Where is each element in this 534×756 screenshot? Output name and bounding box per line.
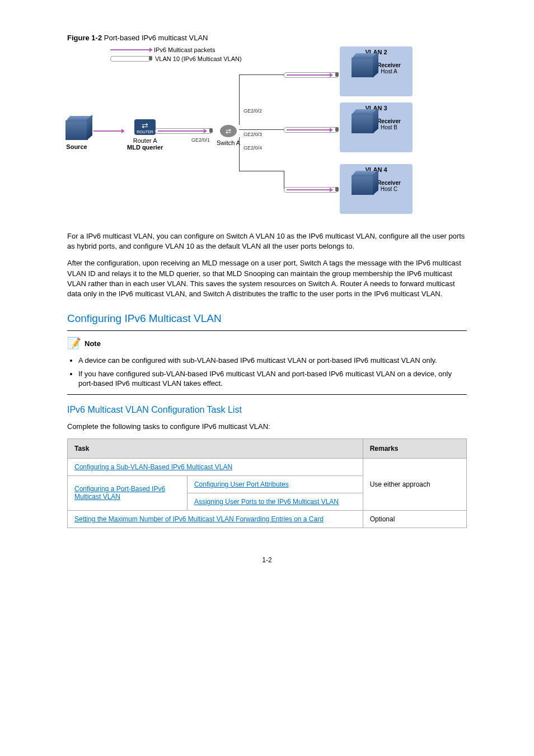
section-title: Configuring IPv6 Multicast VLAN	[67, 312, 467, 325]
host-c-icon	[352, 175, 374, 195]
row3-task: Setting the Maximum Number of IPv6 Multi…	[68, 510, 363, 528]
legend-arrow-vlan-icon	[110, 56, 151, 62]
table-intro: Complete the following tasks to configur…	[67, 422, 467, 432]
port-label-ge202: GE2/0/2	[243, 108, 262, 114]
link-userport-attr[interactable]: Configuring User Port Attributes	[194, 480, 289, 488]
line-to-vlan4-v	[284, 171, 284, 189]
source-icon	[65, 120, 88, 140]
switch-icon	[220, 125, 237, 137]
note-bullets: A device can be configured with sub-VLAN…	[67, 356, 467, 389]
divider-top	[67, 330, 467, 331]
network-diagram: IPv6 Multicast packets VLAN 10 (IPv6 Mul…	[110, 46, 424, 220]
line-to-vlan3	[239, 129, 284, 130]
vlan2-box: VLAN 2 Receiver Host A	[340, 46, 413, 96]
line-switch-up	[239, 74, 240, 125]
port-label-ge203: GE2/0/3	[243, 132, 262, 137]
vlan3-box: VLAN 3 Receiver Host B	[340, 102, 413, 152]
row2-c2: Assigning User Ports to the IPv6 Multica…	[187, 493, 363, 510]
host-a-label: Receiver Host A	[377, 62, 401, 74]
task-table: Task Remarks Configuring a Sub-VLAN-Base…	[67, 438, 467, 528]
router-node: ROUTER Router A MLD querier	[127, 119, 163, 151]
figure-caption: Figure 1-2 Port-based IPv6 multicast VLA…	[67, 34, 467, 42]
pipe-to-vlan3	[284, 127, 338, 133]
pipe-router-switch	[155, 128, 212, 134]
source-label: Source	[65, 143, 88, 150]
line-mid	[239, 171, 284, 171]
pipe-to-vlan4	[284, 187, 338, 193]
subsection-title: IPv6 Multicast VLAN Configuration Task L…	[67, 405, 467, 415]
host-b-icon	[352, 114, 374, 133]
figure-number: Figure 1-2	[67, 34, 102, 42]
note-item-2: If you have configured sub-VLAN-based IP…	[78, 369, 467, 389]
page-number: 1-2	[67, 556, 467, 564]
th-remarks: Remarks	[363, 438, 466, 458]
legend-multicast-label: IPv6 Multicast packets	[154, 46, 215, 53]
figure-caption-text: Port-based IPv6 multicast VLAN	[104, 34, 208, 42]
row12-remark: Use either approach	[363, 458, 466, 510]
row3-remark: Optional	[363, 510, 466, 528]
row2-c1: Configuring User Port Attributes	[187, 475, 363, 493]
host-a-icon	[352, 58, 374, 77]
source-node: Source	[65, 119, 88, 150]
port-label-ge204: GE2/0/4	[243, 145, 262, 151]
row1-task: Configuring a Sub-VLAN-Based IPv6 Multic…	[68, 458, 363, 475]
link-portbased[interactable]: Configuring a Port-Based IPv6 Multicast …	[74, 485, 165, 501]
note-icon: 📝	[67, 337, 81, 350]
router-label: Router A	[127, 137, 163, 144]
legend-vlan-label: VLAN 10 (IPv6 Multicast VLAN)	[155, 55, 242, 62]
switch-node: Switch A	[217, 125, 240, 146]
divider-bottom	[67, 394, 467, 395]
note-item-1: A device can be configured with sub-VLAN…	[78, 356, 467, 366]
note-label: Note	[85, 339, 101, 348]
vlan4-box: VLAN 4 Receiver Host C	[340, 164, 413, 214]
line-switch-down	[239, 137, 240, 171]
line-to-vlan2	[239, 74, 284, 75]
pipe-to-vlan2	[284, 72, 338, 78]
link-assign-ports[interactable]: Assigning User Ports to the IPv6 Multica…	[194, 498, 339, 506]
link-max-entries[interactable]: Setting the Maximum Number of IPv6 Multi…	[74, 515, 324, 523]
host-c-label: Receiver Host C	[377, 180, 401, 192]
legend: IPv6 Multicast packets VLAN 10 (IPv6 Mul…	[110, 46, 242, 64]
paragraph-2: After the configuration, upon receiving …	[67, 258, 467, 299]
note-header: 📝 Note	[67, 337, 467, 350]
row2-group: Configuring a Port-Based IPv6 Multicast …	[68, 475, 188, 510]
host-b-label: Receiver Host B	[377, 118, 401, 130]
router-icon: ROUTER	[134, 119, 156, 135]
link-subvlan[interactable]: Configuring a Sub-VLAN-Based IPv6 Multic…	[74, 463, 232, 471]
port-label-ge201: GE2/0/1	[191, 137, 210, 143]
arrow-source-router	[93, 130, 121, 132]
th-task: Task	[68, 438, 363, 458]
mld-querier-label: MLD querier	[127, 144, 163, 151]
switch-label: Switch A	[217, 139, 240, 146]
legend-arrow-multicast-icon	[110, 49, 149, 50]
paragraph-1: For a IPv6 multicast VLAN, you can confi…	[67, 231, 467, 251]
